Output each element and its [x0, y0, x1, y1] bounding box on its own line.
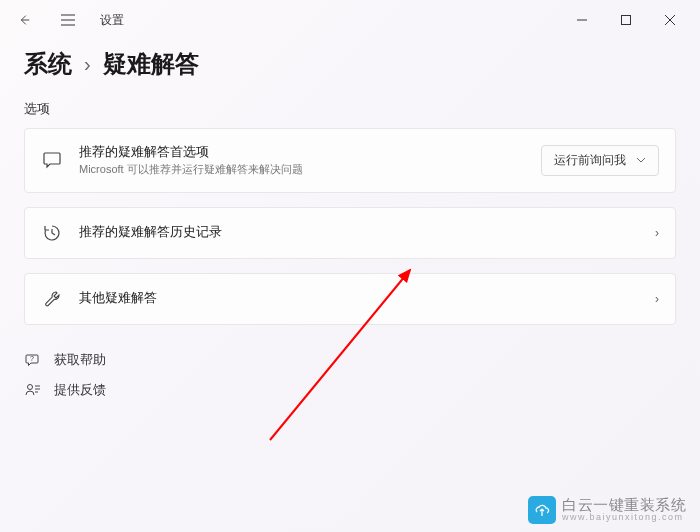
titlebar: 设置 — [0, 0, 700, 40]
footer-links: ? 获取帮助 提供反馈 — [24, 345, 676, 405]
dropdown-ask-before-run[interactable]: 运行前询问我 — [541, 145, 659, 176]
back-arrow-icon — [17, 13, 31, 27]
feedback-link[interactable]: 提供反馈 — [24, 375, 676, 405]
feedback-label: 提供反馈 — [54, 381, 106, 399]
watermark-text: 白云一键重装系统 www.baiyunxitong.com — [562, 497, 686, 523]
feedback-icon — [24, 381, 42, 399]
help-link[interactable]: ? 获取帮助 — [24, 345, 676, 375]
card-text: 其他疑难解答 — [79, 289, 639, 307]
card-subtitle: Microsoft 可以推荐并运行疑难解答来解决问题 — [79, 162, 525, 177]
card-other-troubleshoot[interactable]: 其他疑难解答 › — [24, 273, 676, 325]
back-button[interactable] — [8, 4, 40, 36]
card-title: 推荐的疑难解答首选项 — [79, 143, 525, 161]
hamburger-icon — [60, 13, 76, 27]
card-title: 其他疑难解答 — [79, 289, 639, 307]
titlebar-left: 设置 — [8, 4, 124, 36]
card-group-history: 推荐的疑难解答历史记录 › — [24, 207, 676, 259]
watermark-url: www.baiyunxitong.com — [562, 513, 686, 523]
speech-bubble-icon — [41, 149, 63, 171]
main-content: 系统 › 疑难解答 选项 推荐的疑难解答首选项 Microsoft 可以推荐并运… — [0, 40, 700, 405]
watermark-title: 白云一键重装系统 — [562, 497, 686, 514]
menu-button[interactable] — [52, 4, 84, 36]
svg-text:?: ? — [30, 355, 34, 362]
card-text: 推荐的疑难解答首选项 Microsoft 可以推荐并运行疑难解答来解决问题 — [79, 143, 525, 178]
dropdown-label: 运行前询问我 — [554, 152, 626, 169]
chevron-right-icon: › — [655, 226, 659, 240]
watermark-logo-icon — [528, 496, 556, 524]
card-title: 推荐的疑难解答历史记录 — [79, 223, 639, 241]
chevron-down-icon — [636, 157, 646, 163]
breadcrumb-parent[interactable]: 系统 — [24, 48, 72, 80]
maximize-icon — [621, 15, 631, 25]
chevron-right-icon: › — [655, 292, 659, 306]
breadcrumb-current: 疑难解答 — [103, 48, 199, 80]
maximize-button[interactable] — [604, 4, 648, 36]
card-recommended-preferences[interactable]: 推荐的疑难解答首选项 Microsoft 可以推荐并运行疑难解答来解决问题 运行… — [24, 128, 676, 193]
section-label: 选项 — [24, 100, 676, 118]
svg-rect-4 — [622, 16, 631, 25]
breadcrumb: 系统 › 疑难解答 — [24, 48, 676, 80]
card-history[interactable]: 推荐的疑难解答历史记录 › — [24, 207, 676, 259]
card-text: 推荐的疑难解答历史记录 — [79, 223, 639, 241]
minimize-icon — [577, 15, 587, 25]
window-controls — [560, 4, 692, 36]
close-button[interactable] — [648, 4, 692, 36]
close-icon — [665, 15, 675, 25]
card-group-main: 推荐的疑难解答首选项 Microsoft 可以推荐并运行疑难解答来解决问题 运行… — [24, 128, 676, 193]
svg-point-8 — [28, 384, 33, 389]
wrench-icon — [41, 288, 63, 310]
breadcrumb-separator: › — [84, 53, 91, 76]
help-label: 获取帮助 — [54, 351, 106, 369]
help-icon: ? — [24, 351, 42, 369]
minimize-button[interactable] — [560, 4, 604, 36]
watermark: 白云一键重装系统 www.baiyunxitong.com — [528, 496, 686, 524]
history-icon — [41, 222, 63, 244]
card-group-other: 其他疑难解答 › — [24, 273, 676, 325]
app-title: 设置 — [100, 12, 124, 29]
